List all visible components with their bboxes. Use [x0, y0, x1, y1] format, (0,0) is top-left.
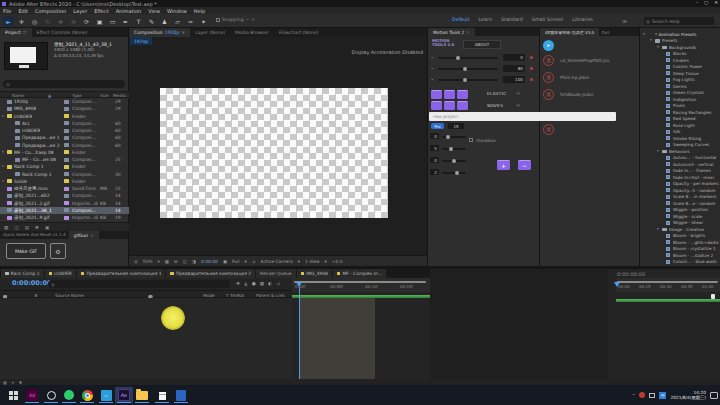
project-item-row[interactable]: ▾SolidsFolder	[0, 178, 129, 185]
mini-slider-value[interactable]: 0	[430, 157, 439, 163]
mini-slider[interactable]	[442, 172, 466, 174]
tray-monitor-icon[interactable]	[649, 393, 655, 398]
puppet-pin-tool[interactable]: ✦	[198, 16, 209, 26]
eraser-tool[interactable]: ▱	[172, 16, 183, 26]
secondary-timecode[interactable]: 0:00:00:00	[617, 271, 645, 277]
twirl-icon[interactable]: ▾	[657, 227, 659, 231]
hand-tool[interactable]: ✛	[16, 16, 27, 26]
notification-center-icon[interactable]	[710, 392, 718, 399]
fast-preview-icon[interactable]: ⊿	[252, 259, 256, 264]
slider-value[interactable]: 0	[503, 54, 525, 61]
taskbar-file-explorer[interactable]	[133, 387, 151, 403]
timeline-search-input[interactable]: ◎	[48, 280, 230, 288]
secondary-zoom-scrollbar[interactable]	[617, 281, 718, 283]
tab-layer-none[interactable]: Layer (None)	[190, 28, 230, 37]
tab-composition[interactable]: Composition1920p×	[129, 28, 190, 37]
maximize-button[interactable]: ▢	[704, 0, 708, 5]
motion-slider[interactable]	[438, 68, 498, 70]
exposure-value[interactable]: +0.0	[332, 259, 343, 264]
snapping-options-icon[interactable]: ⌐ ✕	[246, 17, 255, 22]
mini-slider[interactable]	[442, 136, 466, 138]
script-manager-secondary-tab[interactable]: Exit	[599, 28, 613, 36]
rotation-tool[interactable]: ⟳	[81, 16, 92, 26]
view-layout-select[interactable]: 1 View	[305, 259, 320, 264]
twirl-icon[interactable]: ▾	[2, 179, 4, 183]
preset-button[interactable]	[457, 90, 468, 99]
snapshot-icon[interactable]: ▣	[223, 259, 227, 264]
expand-icon[interactable]: ▦	[3, 380, 7, 385]
timeline-tab-предварительная-композиция-2[interactable]: Предварительная композиция 2	[166, 269, 255, 278]
taskbar-word-app[interactable]	[172, 387, 190, 403]
tab-effect-controls-none[interactable]: Effect Controls (None)	[32, 28, 93, 37]
menu-help[interactable]: Help	[194, 8, 205, 14]
taskbar-search-app[interactable]	[42, 387, 60, 403]
snapping-checkbox[interactable]	[216, 18, 220, 22]
slider-reset-icon[interactable]	[530, 78, 533, 81]
slider-knob[interactable]	[446, 135, 450, 139]
menu-edit[interactable]: Edit	[18, 8, 28, 14]
preset-button[interactable]	[431, 101, 442, 110]
delete-icon[interactable]: ▣	[45, 225, 49, 230]
slider-reset-icon[interactable]	[530, 67, 533, 70]
minimize-button[interactable]: –	[696, 0, 698, 5]
selection-tool[interactable]: ►	[3, 16, 14, 26]
close-button[interactable]: ✕	[714, 0, 718, 5]
hide-shy-icon[interactable]: ●	[252, 281, 256, 286]
preset-button[interactable]	[457, 101, 468, 110]
make-gif-button[interactable]: Make GIF	[6, 243, 46, 259]
timeline-timecode[interactable]: 0:00:00:00	[12, 279, 51, 287]
mini-slider-value[interactable]: 2	[430, 169, 439, 175]
script-item[interactable]: PSsU.Ep.jsbin	[560, 75, 589, 80]
column-parent-link[interactable]: Parent & Link	[256, 293, 285, 298]
slider-reset-icon[interactable]	[530, 56, 533, 59]
project-item-row[interactable]: 录制_2021..2.gifImporte...diKB14	[0, 200, 129, 207]
add-button[interactable]: +	[497, 160, 510, 170]
pen-tool[interactable]: ✒	[120, 16, 131, 26]
taskbar-after-effects[interactable]: Ae	[115, 387, 133, 403]
help-search-input[interactable]: ◎ Search Help	[644, 17, 714, 25]
timeline-zoom-scrollbar[interactable]	[294, 281, 426, 283]
column-source-name[interactable]: Source Name	[55, 293, 84, 298]
motion-slider[interactable]	[438, 79, 498, 81]
tab-flowchart-none[interactable]: Flowchart (None)	[274, 28, 323, 37]
taskbar-adobe-xd[interactable]: Xd	[23, 387, 41, 403]
project-column-headers[interactable]: Name ▲ Type Size Media...	[0, 91, 129, 98]
slider-value[interactable]: 80	[503, 65, 525, 72]
timeline-tab-render-queue[interactable]: Render Queue	[256, 269, 295, 278]
twirl-icon[interactable]: ▾	[650, 38, 652, 42]
project-item-row[interactable]: ▾MF - Co...Xaep 08Folder	[0, 149, 129, 156]
composition-canvas[interactable]	[160, 88, 388, 218]
project-item-row[interactable]: 录制_2021..9.gifImporte...diKB19	[0, 214, 129, 221]
secondary-playhead[interactable]	[614, 282, 620, 287]
roto-brush-tool[interactable]: ✑	[185, 16, 196, 26]
mini-slider[interactable]	[442, 160, 466, 162]
graph-editor-icon[interactable]: ⊿	[276, 281, 280, 286]
transparency-grid-icon[interactable]: ◨	[192, 259, 196, 264]
menu-view[interactable]: View	[148, 8, 160, 14]
project-item-row[interactable]: IMG_4908Composi...29	[0, 105, 129, 112]
about-button[interactable]: ABOUT	[463, 40, 501, 49]
panel-menu-icon[interactable]: ≡	[23, 30, 27, 35]
slider-knob[interactable]	[463, 67, 467, 71]
mask-toggle-icon[interactable]: ⊞	[174, 259, 178, 264]
stamp-icon[interactable]: 禁	[543, 89, 554, 100]
close-icon[interactable]: ×	[181, 30, 185, 35]
menu-composition[interactable]: Composition	[35, 8, 66, 14]
script-item[interactable]: SrtdGude.jsxbn	[560, 92, 593, 97]
twirl-icon[interactable]: ▾	[2, 164, 4, 168]
taskbar-chrome[interactable]	[78, 387, 96, 403]
motion-slider[interactable]	[438, 57, 498, 59]
slider-value[interactable]: 100	[503, 76, 525, 83]
stamp-icon[interactable]: 禁	[543, 124, 554, 135]
slider-knob[interactable]	[452, 159, 456, 163]
region-of-interest-icon[interactable]: ◱	[183, 259, 187, 264]
settings-icon[interactable]: ✱	[19, 380, 22, 385]
interpret-footage-icon[interactable]: ▦	[4, 225, 8, 230]
project-item-row[interactable]: 录制_2021...602Composi...14	[0, 192, 129, 199]
slider-knob[interactable]	[463, 78, 467, 82]
slider-knob[interactable]	[449, 147, 453, 151]
brush-tool[interactable]: ✎	[146, 16, 157, 26]
preset-button[interactable]	[431, 90, 442, 99]
script-manager-tab[interactable]: AE脚本管理器-功具栏 V3.0	[540, 28, 599, 36]
motion-blur-icon[interactable]: ◐	[268, 281, 272, 286]
